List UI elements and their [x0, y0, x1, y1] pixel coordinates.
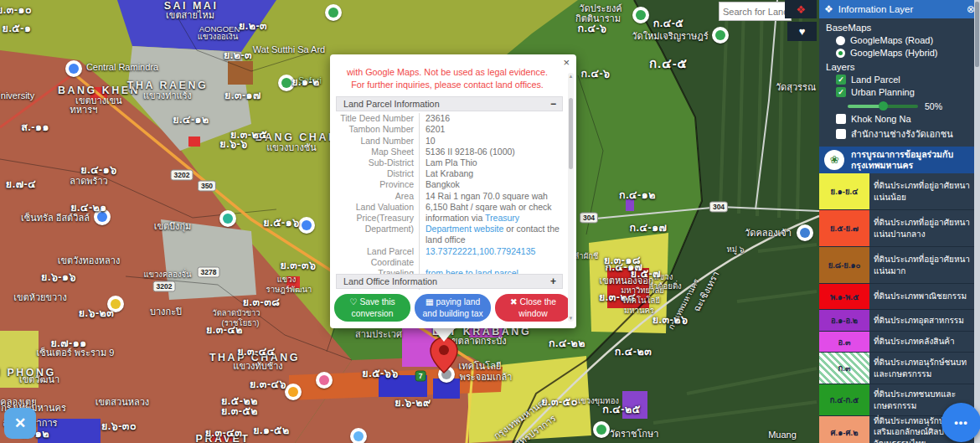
layer-option[interactable]: สำนักงานช่างรังวัดเอกชน — [836, 126, 980, 142]
checkbox[interactable]: ✓ — [836, 87, 846, 97]
legend-description: ที่ดินประเภทที่อยู่อาศัยหนาแน่นปานกลาง — [869, 210, 980, 246]
layer-option[interactable]: Khok Nong Na — [836, 114, 980, 124]
basemap-label: GoogleMaps (Road) — [850, 35, 933, 45]
layers-toggle-button[interactable]: ❖ — [785, 0, 817, 18]
poi-icon[interactable] — [298, 217, 315, 234]
basemap-option[interactable]: GoogleMaps (Hybrid) — [836, 48, 980, 58]
temple-icon[interactable] — [632, 7, 649, 23]
table-row: ProvinceBangkok — [336, 179, 563, 190]
poi-icon[interactable] — [316, 372, 333, 389]
field-label: Land Valuation Price(Treasury Department… — [336, 202, 419, 246]
layers-list: ✓Land Parcel✓Urban Planning50%Khok Nong … — [819, 75, 980, 142]
search-input[interactable] — [719, 2, 792, 21]
field-value: 13.73722221,100.77924135 — [419, 246, 563, 268]
mall-icon[interactable] — [65, 60, 82, 77]
table-row: Land Parcel Coordinate13.73722221,100.77… — [336, 246, 563, 268]
legend-swatch: อ.๑-อ.๒ — [819, 310, 869, 331]
layer-option[interactable]: ✓Urban Planning — [836, 87, 980, 97]
layer-label: สำนักงานช่างรังวัดเอกชน — [851, 126, 953, 142]
layers-label: Layers — [826, 62, 980, 72]
parcel-info-table: Title Deed Number23616Tambon Number6201L… — [336, 113, 563, 290]
opacity-slider[interactable] — [848, 105, 918, 108]
expand-icon[interactable]: + — [550, 276, 556, 287]
scrollbar-thumb[interactable] — [975, 2, 979, 67]
scroll-up-icon[interactable]: ▲ — [568, 74, 574, 79]
legend-description: ที่ดินประเภทอุตสาหกรรม — [869, 310, 980, 331]
scrollbar-thumb[interactable] — [569, 98, 573, 169]
collapse-icon[interactable]: − — [550, 98, 556, 110]
section-title: Land Office Information — [343, 276, 437, 286]
link[interactable]: 13.73722221,100.77924135 — [426, 246, 535, 256]
basemap-label: GoogleMaps (Hybrid) — [850, 48, 938, 58]
panel-scrollbar[interactable] — [974, 0, 980, 443]
heart-icon: ♥ — [799, 25, 806, 38]
heart-outline-icon: ♡ — [349, 297, 357, 306]
legend-swatch: ย.๘-ย.๑๐ — [819, 247, 869, 283]
legend-swatch: ศ.๑-ศ.๒ — [819, 416, 869, 443]
panel-header: ❖ Information Layer ⊗ — [819, 0, 980, 18]
park-icon[interactable] — [278, 75, 295, 91]
poi-icon[interactable] — [107, 296, 124, 312]
field-label: Tambon Number — [336, 124, 419, 135]
pay-tax-button[interactable]: ▦ paying land and building tax — [415, 294, 491, 322]
legend-description: ที่ดินประเภทที่อยู่อาศัยหนาแน่นมาก — [869, 247, 980, 283]
field-label: Sub-District — [336, 157, 419, 168]
checkbox[interactable] — [836, 129, 846, 139]
slider-thumb[interactable] — [879, 101, 888, 111]
landsmaps-app: SAI MAIเขตสายไหมBANG KHENเขตบางเขนทหารฯT… — [0, 0, 980, 443]
opacity-slider-row: 50% — [848, 101, 980, 111]
table-row: Title Deed Number23616 — [336, 113, 563, 124]
table-row: Tambon Number6201 — [336, 124, 563, 135]
radio-button[interactable] — [836, 49, 845, 58]
field-value: 10 — [419, 136, 563, 147]
road-shield: 3202 — [153, 281, 176, 292]
close-window-button[interactable]: ✖ Close the window — [495, 294, 571, 322]
legend-swatch: ก.๔-ก.๕ — [819, 384, 869, 415]
layer-label: Land Parcel — [851, 75, 900, 85]
layers-icon: ❖ — [796, 3, 806, 16]
temple-icon[interactable] — [325, 4, 342, 21]
section-land-parcel-info[interactable]: Land Parcel Information − — [336, 96, 563, 111]
popup-warning-text: with Google Maps. Not be used as legal e… — [340, 66, 554, 91]
layer-label: Urban Planning — [851, 87, 915, 97]
temple-icon[interactable] — [797, 224, 813, 241]
field-value: 23616 — [419, 113, 563, 124]
field-value: 5136 II 9218-06 (1000) — [419, 147, 563, 157]
checkbox[interactable] — [836, 114, 846, 124]
basemaps-list: GoogleMaps (Road)GoogleMaps (Hybrid) — [819, 35, 980, 58]
map-pin-icon[interactable] — [430, 337, 458, 373]
road-shield: 3278 — [198, 267, 220, 278]
temple-icon[interactable] — [593, 421, 610, 438]
road-shield: 304 — [580, 213, 598, 224]
field-label: Land Parcel Coordinate — [336, 246, 419, 268]
legend-description: ที่ดินประเภทพาณิชยกรรม — [869, 284, 980, 309]
checkbox[interactable]: ✓ — [836, 75, 846, 85]
field-value: 6,150 Baht / sqare wah or check informat… — [419, 202, 563, 246]
x-icon: ✕ — [14, 415, 26, 432]
close-icon[interactable]: × — [563, 56, 570, 69]
section-title: Land Parcel Information — [343, 99, 440, 109]
field-value: Lat Krabang — [419, 168, 563, 179]
section-land-office-info[interactable]: Land Office Information + — [336, 274, 563, 289]
layer-label: Khok Nong Na — [851, 114, 911, 124]
basemap-option[interactable]: GoogleMaps (Road) — [836, 35, 980, 45]
legend-row: อ.๓ที่ดินประเภทคลังสินค้า — [819, 332, 980, 353]
temple-icon[interactable] — [712, 27, 729, 44]
table-row: Land Number10 — [336, 136, 563, 147]
table-row: Land Valuation Price(Treasury Department… — [336, 202, 563, 246]
scroll-down-icon[interactable]: ▼ — [568, 316, 574, 321]
layer-option[interactable]: ✓Land Parcel — [836, 75, 980, 85]
favorites-button[interactable]: ♥ — [787, 22, 817, 41]
hospital-icon[interactable] — [285, 384, 302, 400]
slider-value: 50% — [925, 101, 942, 111]
map-tool-button[interactable]: ✕ — [4, 408, 36, 439]
popup-scrollbar[interactable]: ▲ ▼ — [568, 73, 574, 322]
table-row: DistrictLat Krabang — [336, 168, 563, 179]
poi-icon[interactable] — [350, 428, 367, 443]
poi-icon[interactable] — [219, 210, 236, 227]
radio-button[interactable] — [836, 36, 845, 45]
more-options-fab[interactable]: ••• — [941, 403, 980, 442]
legend-row: ย.๕-ย.๗ที่ดินประเภทที่อยู่อาศัยหนาแน่นปา… — [819, 210, 980, 247]
save-conversion-button[interactable]: ♡ Save this conversion — [334, 294, 410, 322]
mall-icon[interactable] — [94, 209, 111, 225]
